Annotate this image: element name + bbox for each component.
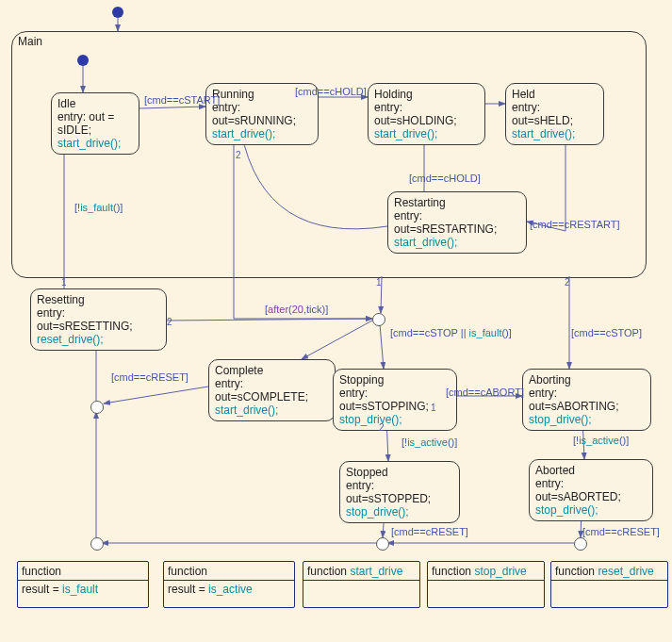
junction-bottom-left: [90, 537, 104, 551]
state-held-action: start_drive();: [512, 127, 575, 140]
state-aborting-action: stop_drive();: [529, 413, 592, 426]
funcbox-isactive-title: function: [168, 565, 207, 578]
port-main-1b: 1: [376, 277, 382, 288]
funcbox-isfault-call: is_fault: [62, 583, 98, 596]
label-stopping-aborting: [cmd==cABORT]: [446, 387, 524, 398]
port-main-2: 2: [565, 277, 570, 288]
funcbox-startdrive[interactable]: function start_drive: [303, 561, 420, 608]
funcbox-isfault-title: function: [22, 565, 61, 578]
state-holding-title: Holding: [374, 88, 413, 101]
funcbox-isactive-call: is_active: [208, 583, 253, 596]
state-aborted[interactable]: Aborted entry: out=sABORTED; stop_drive(…: [529, 459, 653, 521]
state-restarting-action: start_drive();: [394, 236, 457, 249]
junction-top: [372, 313, 385, 326]
funcbox-stopdrive-call: stop_drive: [474, 565, 526, 578]
junction-bottom-right: [574, 537, 587, 551]
label-running-after: [after(20,tick)]: [265, 304, 328, 315]
port-stopping-2: 2: [379, 422, 385, 433]
state-running-action: start_drive();: [212, 127, 275, 140]
state-stopped-title: Stopped: [346, 466, 388, 479]
state-holding-action: start_drive();: [374, 127, 437, 140]
junction-bottom-mid: [376, 537, 389, 551]
label-j1-aborting: [cmd==cSTOP]: [571, 327, 642, 338]
funcbox-stopdrive[interactable]: function stop_drive: [427, 561, 545, 608]
funcbox-resetdrive-call: reset_drive: [598, 565, 653, 578]
funcbox-resetdrive-pre: function: [555, 565, 598, 578]
label-aborting-aborted: [!is_active()]: [573, 435, 629, 446]
state-held[interactable]: Held entry: out=sHELD; start_drive();: [505, 83, 604, 145]
port-main-1: 1: [61, 277, 67, 288]
funcbox-isactive[interactable]: function result = is_active: [163, 561, 295, 608]
state-aborted-action: stop_drive();: [535, 503, 598, 517]
label-stopped-reset: [cmd==cRESET]: [391, 526, 468, 537]
state-restarting[interactable]: Restarting entry: out=sRESTARTING; start…: [387, 191, 527, 254]
funcbox-isactive-pre: result =: [168, 583, 208, 596]
funcbox-isfault[interactable]: function result = is_fault: [17, 561, 149, 608]
state-stopped-entry: entry: out=sSTOPPED;: [346, 479, 431, 505]
label-resetting-idle: [!is_fault()]: [74, 202, 123, 213]
state-resetting[interactable]: Resetting entry: out=sRESETTING; reset_d…: [30, 288, 167, 351]
port-stopping-1: 1: [431, 403, 436, 413]
state-complete[interactable]: Complete entry: out=sCOMPLETE; start_dri…: [208, 359, 336, 421]
label-j1-stopping: [cmd==cSTOP || is_fault()]: [390, 327, 512, 338]
state-stopping-title: Stopping: [339, 373, 384, 387]
state-running-entry: entry: out=sRUNNING;: [212, 101, 296, 127]
state-aborting-title: Aborting: [529, 373, 571, 387]
state-held-entry: entry: out=sHELD;: [512, 101, 573, 127]
label-running-holding: [cmd==cHOLD]: [295, 86, 367, 97]
state-stopping-action: stop_drive();: [339, 413, 402, 426]
label-complete-reset: [cmd==cRESET]: [111, 371, 188, 383]
state-main[interactable]: [11, 31, 647, 278]
funcbox-startdrive-call: start_drive: [350, 565, 402, 578]
label-aborted-reset: [cmd==cRESET]: [582, 526, 660, 537]
state-complete-action: start_drive();: [215, 403, 278, 417]
state-holding[interactable]: Holding entry: out=sHOLDING; start_drive…: [368, 83, 485, 145]
state-idle-title: Idle: [57, 97, 75, 110]
label-held-restarting: [cmd==cRESTART]: [530, 219, 620, 230]
state-resetting-action: reset_drive();: [37, 333, 104, 346]
state-held-title: Held: [512, 88, 535, 101]
port-resetting-2: 2: [167, 317, 172, 327]
state-aborted-entry: entry: out=sABORTED;: [535, 477, 621, 503]
label-restarting-holding: [cmd==cHOLD]: [409, 173, 481, 184]
state-resetting-entry: entry: out=sRESETTING;: [37, 306, 133, 333]
label-idle-running: [cmd==cSTART]: [144, 94, 220, 106]
initial-outer: [112, 7, 123, 18]
port-running-2a: 2: [236, 150, 241, 160]
state-holding-entry: entry: out=sHOLDING;: [374, 101, 457, 127]
state-aborting-entry: entry: out=sABORTING;: [529, 387, 618, 413]
funcbox-startdrive-pre: function: [307, 565, 350, 578]
state-complete-title: Complete: [215, 364, 263, 377]
state-restarting-title: Restarting: [394, 196, 446, 209]
state-idle-action: start_drive();: [57, 137, 121, 150]
junction-left: [90, 401, 104, 414]
state-idle[interactable]: Idle entry: out = sIDLE; start_drive();: [51, 92, 139, 155]
state-stopping-entry: entry: out=sSTOPPING;: [339, 387, 429, 413]
label-stopping-stopped: [!is_active()]: [402, 436, 457, 448]
state-complete-entry: entry: out=sCOMPLETE;: [215, 377, 308, 403]
statechart-canvas: Main Idle entry: out = sIDLE; start_driv…: [0, 0, 672, 642]
state-restarting-entry: entry: out=sRESTARTING;: [394, 209, 497, 236]
funcbox-resetdrive[interactable]: function reset_drive: [550, 561, 668, 608]
state-stopping[interactable]: Stopping entry: out=sSTOPPING; stop_driv…: [333, 369, 457, 431]
state-stopped[interactable]: Stopped entry: out=sSTOPPED; stop_drive(…: [339, 461, 460, 523]
state-idle-entry: entry: out = sIDLE;: [57, 110, 114, 137]
funcbox-stopdrive-pre: function: [432, 565, 474, 578]
state-aborting[interactable]: Aborting entry: out=sABORTING; stop_driv…: [522, 369, 651, 431]
state-resetting-title: Resetting: [37, 293, 85, 306]
funcbox-isfault-pre: result =: [22, 583, 62, 596]
state-stopped-action: stop_drive();: [346, 505, 409, 519]
state-main-title: Main: [18, 35, 42, 48]
state-aborted-title: Aborted: [535, 464, 575, 477]
initial-main: [77, 55, 89, 66]
